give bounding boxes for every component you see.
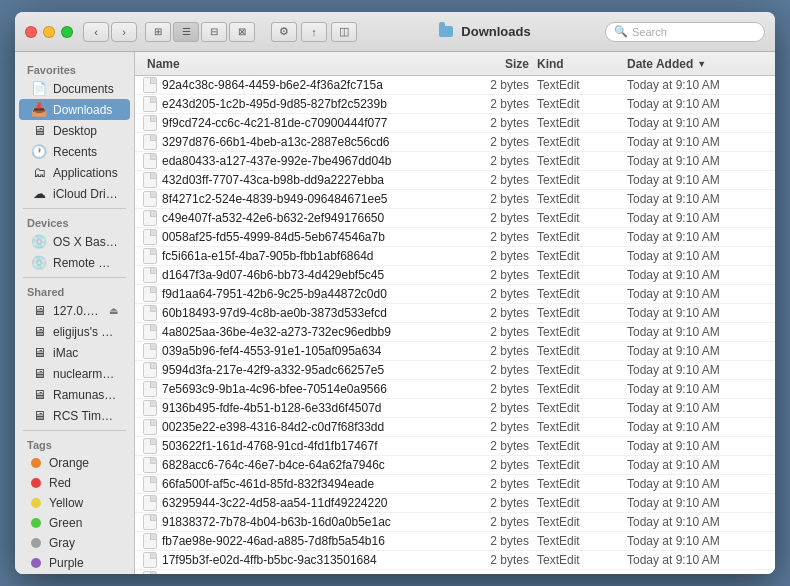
sidebar-item-tag-purple[interactable]: Purple bbox=[19, 553, 130, 573]
table-row[interactable]: 9136b495-fdfe-4b51-b128-6e33d6f4507d 2 b… bbox=[135, 399, 775, 418]
file-size: 2 bytes bbox=[457, 230, 537, 244]
sidebar-item-tag-yellow[interactable]: Yellow bbox=[19, 493, 130, 513]
sidebar-item-nuclear[interactable]: 🖥 nuclearmach... bbox=[19, 363, 130, 384]
table-row[interactable]: fb7ae98e-9022-46ad-a885-7d8fb5a54b16 2 b… bbox=[135, 532, 775, 551]
sidebar-icon-nuclear: 🖥 bbox=[31, 366, 47, 381]
file-size: 2 bytes bbox=[457, 477, 537, 491]
table-row[interactable]: 17f95b3f-e02d-4ffb-b5bc-9ac313501684 2 b… bbox=[135, 551, 775, 570]
table-row[interactable]: e243d205-1c2b-495d-9d85-827bf2c5239b 2 b… bbox=[135, 95, 775, 114]
forward-button[interactable]: › bbox=[111, 22, 137, 42]
sidebar-item-downloads[interactable]: 📥 Downloads bbox=[19, 99, 130, 120]
file-name-cell: 92a4c38c-9864-4459-b6e2-4f36a2fc715a bbox=[143, 77, 457, 93]
sidebar-item-remotedisc[interactable]: 💿 Remote Disc bbox=[19, 252, 130, 273]
sidebar-item-tag-gray[interactable]: Gray bbox=[19, 533, 130, 553]
arrange-button[interactable]: ⚙ bbox=[271, 22, 297, 42]
eject-icon-localhost[interactable]: ⏏ bbox=[109, 305, 118, 316]
table-row[interactable]: 963c5402-8137-4419-8fd7-ff0fa273e910 2 b… bbox=[135, 570, 775, 574]
sidebar-item-ramunas[interactable]: 🖥 Ramunas iM... bbox=[19, 384, 130, 405]
file-icon bbox=[143, 476, 157, 492]
sidebar-label-localhost: 127.0.0.1 bbox=[53, 304, 103, 318]
sidebar-item-tag-alltags[interactable]: All Tags... bbox=[19, 573, 130, 574]
sidebar-item-eligijus[interactable]: 🖥 eligijus's Ma... bbox=[19, 321, 130, 342]
table-row[interactable]: 503622f1-161d-4768-91cd-4fd1fb17467f 2 b… bbox=[135, 437, 775, 456]
file-name-cell: f9d1aa64-7951-42b6-9c25-b9a44872c0d0 bbox=[143, 286, 457, 302]
share-button[interactable]: ↑ bbox=[301, 22, 327, 42]
file-date: Today at 9:10 AM bbox=[627, 268, 767, 282]
file-size: 2 bytes bbox=[457, 401, 537, 415]
file-icon bbox=[143, 96, 157, 112]
table-row[interactable]: 63295944-3c22-4d58-aa54-11df49224220 2 b… bbox=[135, 494, 775, 513]
sidebar: Favorites 📄 Documents📥 Downloads🖥 Deskto… bbox=[15, 52, 135, 574]
table-row[interactable]: d1647f3a-9d07-46b6-bb73-4d429ebf5c45 2 b… bbox=[135, 266, 775, 285]
table-row[interactable]: 8f4271c2-524e-4839-b949-096484671ee5 2 b… bbox=[135, 190, 775, 209]
table-row[interactable]: 92a4c38c-9864-4459-b6e2-4f36a2fc715a 2 b… bbox=[135, 76, 775, 95]
file-date: Today at 9:10 AM bbox=[627, 135, 767, 149]
table-row[interactable]: 3297d876-66b1-4beb-a13c-2887e8c56cd6 2 b… bbox=[135, 133, 775, 152]
back-button[interactable]: ‹ bbox=[83, 22, 109, 42]
file-name: 4a8025aa-36be-4e32-a273-732ec96edbb9 bbox=[162, 325, 391, 339]
sidebar-item-rcs[interactable]: 🖥 RCS Time Ca... bbox=[19, 405, 130, 426]
table-row[interactable]: c49e407f-a532-42e6-b632-2ef949176650 2 b… bbox=[135, 209, 775, 228]
list-view-button[interactable]: ☰ bbox=[173, 22, 199, 42]
sidebar-item-icloud[interactable]: ☁ iCloud Drive bbox=[19, 183, 130, 204]
table-row[interactable]: 0058af25-fd55-4999-84d5-5eb674546a7b 2 b… bbox=[135, 228, 775, 247]
table-row[interactable]: f9d1aa64-7951-42b6-9c25-b9a44872c0d0 2 b… bbox=[135, 285, 775, 304]
table-row[interactable]: 9f9cd724-cc6c-4c21-81de-c70900444f077 2 … bbox=[135, 114, 775, 133]
table-row[interactable]: 66fa500f-af5c-461d-85fd-832f3494eade 2 b… bbox=[135, 475, 775, 494]
fullscreen-button[interactable] bbox=[61, 26, 73, 38]
file-name-cell: 0058af25-fd55-4999-84d5-5eb674546a7b bbox=[143, 229, 457, 245]
file-icon bbox=[143, 514, 157, 530]
table-row[interactable]: eda80433-a127-437e-992e-7be4967dd04b 2 b… bbox=[135, 152, 775, 171]
sidebar-item-osxbase[interactable]: 💿 OS X Base S... bbox=[19, 231, 130, 252]
table-row[interactable]: 432d03ff-7707-43ca-b98b-dd9a2227ebba 2 b… bbox=[135, 171, 775, 190]
sidebar-icon-imac: 🖥 bbox=[31, 345, 47, 360]
sidebar-item-imac[interactable]: 🖥 iMac bbox=[19, 342, 130, 363]
file-icon bbox=[143, 248, 157, 264]
file-list-header: Name Size Kind Date Added ▼ bbox=[135, 52, 775, 76]
file-kind: TextEdit bbox=[537, 572, 627, 574]
table-row[interactable]: 6828acc6-764c-46e7-b4ce-64a62fa7946c 2 b… bbox=[135, 456, 775, 475]
sidebar-item-localhost[interactable]: 🖥 127.0.0.1⏏ bbox=[19, 300, 130, 321]
file-icon bbox=[143, 267, 157, 283]
sidebar-item-tag-red[interactable]: Red bbox=[19, 473, 130, 493]
search-placeholder: Search bbox=[632, 26, 667, 38]
col-header-date[interactable]: Date Added ▼ bbox=[627, 57, 767, 71]
table-row[interactable]: 00235e22-e398-4316-84d2-c0d7f68f33dd 2 b… bbox=[135, 418, 775, 437]
col-header-size[interactable]: Size bbox=[457, 57, 537, 71]
column-view-button[interactable]: ⊟ bbox=[201, 22, 227, 42]
cover-flow-button[interactable]: ⊠ bbox=[229, 22, 255, 42]
sidebar-item-documents[interactable]: 📄 Documents bbox=[19, 78, 130, 99]
table-row[interactable]: 039a5b96-fef4-4553-91e1-105af095a634 2 b… bbox=[135, 342, 775, 361]
tags-button[interactable]: ◫ bbox=[331, 22, 357, 42]
sidebar-item-tag-green[interactable]: Green bbox=[19, 513, 130, 533]
file-kind: TextEdit bbox=[537, 534, 627, 548]
table-row[interactable]: 60b18493-97d9-4c8b-ae0b-3873d533efcd 2 b… bbox=[135, 304, 775, 323]
table-row[interactable]: fc5i661a-e15f-4ba7-905b-fbb1abf6864d 2 b… bbox=[135, 247, 775, 266]
sidebar-label-desktop: Desktop bbox=[53, 124, 97, 138]
table-row[interactable]: 4a8025aa-36be-4e32-a273-732ec96edbb9 2 b… bbox=[135, 323, 775, 342]
sidebar-item-recents[interactable]: 🕐 Recents bbox=[19, 141, 130, 162]
file-date: Today at 9:10 AM bbox=[627, 496, 767, 510]
icon-view-button[interactable]: ⊞ bbox=[145, 22, 171, 42]
tag-label-purple: Purple bbox=[49, 556, 84, 570]
col-header-kind[interactable]: Kind bbox=[537, 57, 627, 71]
sidebar-icon-eligijus: 🖥 bbox=[31, 324, 47, 339]
search-bar[interactable]: 🔍 Search bbox=[605, 22, 765, 42]
sidebar-label-ramunas: Ramunas iM... bbox=[53, 388, 118, 402]
file-size: 2 bytes bbox=[457, 135, 537, 149]
sidebar-label-documents: Documents bbox=[53, 82, 114, 96]
table-row[interactable]: 9594d3fa-217e-42f9-a332-95adc66257e5 2 b… bbox=[135, 361, 775, 380]
sidebar-item-tag-orange[interactable]: Orange bbox=[19, 453, 130, 473]
minimize-button[interactable] bbox=[43, 26, 55, 38]
file-size: 2 bytes bbox=[457, 116, 537, 130]
sidebar-item-applications[interactable]: 🗂 Applications bbox=[19, 162, 130, 183]
close-button[interactable] bbox=[25, 26, 37, 38]
file-date: Today at 9:10 AM bbox=[627, 192, 767, 206]
sidebar-item-desktop[interactable]: 🖥 Desktop bbox=[19, 120, 130, 141]
file-icon bbox=[143, 115, 157, 131]
table-row[interactable]: 7e5693c9-9b1a-4c96-bfee-70514e0a9566 2 b… bbox=[135, 380, 775, 399]
col-header-name[interactable]: Name bbox=[143, 57, 457, 71]
table-row[interactable]: 91838372-7b78-4b04-b63b-16d0a0b5e1ac 2 b… bbox=[135, 513, 775, 532]
file-icon bbox=[143, 457, 157, 473]
sidebar-label-applications: Applications bbox=[53, 166, 118, 180]
